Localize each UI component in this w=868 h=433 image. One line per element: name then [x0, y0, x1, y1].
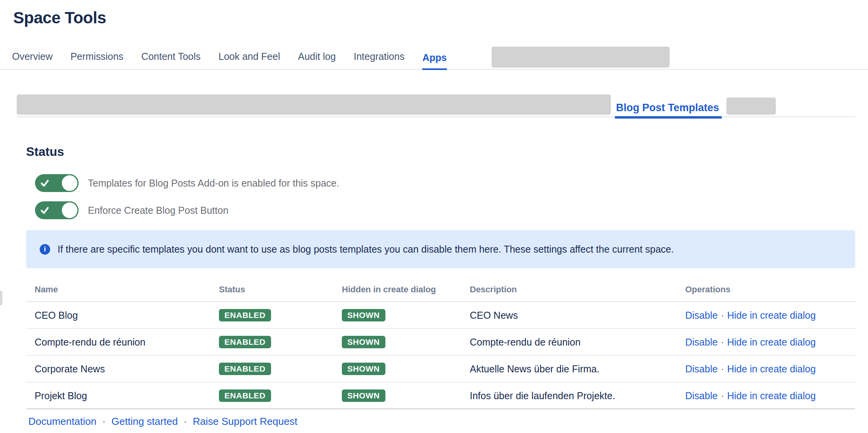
enforce-create-button-label: Enforce Create Blog Post Button [88, 204, 228, 216]
status-heading: Status [26, 145, 64, 159]
ops-separator: · [718, 363, 727, 374]
tab-blog-post-templates[interactable]: Blog Post Templates [616, 102, 719, 114]
redacted-tabs-block[interactable] [17, 94, 611, 115]
documentation-link[interactable]: Documentation [28, 415, 96, 428]
footer-separator: · [184, 415, 187, 428]
disable-link[interactable]: Disable [685, 309, 718, 320]
table-row: Projekt Blog ENABLED SHOWN Infos über di… [26, 382, 855, 409]
table-row: Compte-rendu de réunion ENABLED SHOWN Co… [26, 329, 855, 356]
redacted-header-block [492, 47, 670, 68]
hide-in-create-dialog-link[interactable]: Hide in create dialog [727, 309, 816, 320]
primary-tab-bar: Overview Permissions Content Tools Look … [0, 0, 868, 70]
disable-link[interactable]: Disable [685, 336, 718, 347]
hidden-badge: SHOWN [342, 363, 385, 375]
tab-look-and-feel[interactable]: Look and Feel [219, 51, 280, 69]
info-banner: i If there are specific templates you do… [26, 230, 855, 268]
table-row: Corporate News ENABLED SHOWN Aktuelle Ne… [26, 356, 855, 382]
primary-tabs: Overview Permissions Content Tools Look … [12, 51, 447, 69]
status-badge: ENABLED [219, 389, 271, 402]
column-header-description: Description [470, 285, 517, 295]
toggle-knob [61, 174, 79, 192]
info-banner-text: If there are specific templates you dont… [58, 244, 674, 255]
footer-links: Documentation · Getting started · Raise … [28, 415, 298, 428]
hide-in-create-dialog-link[interactable]: Hide in create dialog [727, 390, 816, 401]
enforce-create-button-toggle[interactable] [35, 201, 79, 219]
addon-enabled-toggle[interactable] [35, 174, 79, 192]
template-description: CEO News [470, 309, 518, 321]
column-header-hidden: Hidden in create dialog [342, 285, 436, 295]
status-badge: ENABLED [219, 309, 271, 321]
check-icon [40, 178, 49, 188]
column-header-operations: Operations [685, 285, 730, 295]
template-description: Infos über die laufenden Projekte. [470, 390, 615, 401]
hide-in-create-dialog-link[interactable]: Hide in create dialog [727, 336, 816, 347]
template-name: CEO Blog [35, 309, 78, 321]
tab-integrations[interactable]: Integrations [354, 51, 405, 69]
ops-separator: · [718, 309, 727, 320]
table-row: CEO Blog ENABLED SHOWN CEO News Disable·… [26, 302, 855, 329]
disable-link[interactable]: Disable [685, 390, 718, 401]
tab-content-tools[interactable]: Content Tools [141, 51, 200, 69]
hidden-badge: SHOWN [342, 336, 385, 348]
disable-link[interactable]: Disable [685, 363, 718, 374]
tab-permissions[interactable]: Permissions [70, 51, 123, 69]
secondary-tab-bar: Blog Post Templates [17, 94, 855, 117]
raise-support-request-link[interactable]: Raise Support Request [193, 415, 298, 428]
status-badge: ENABLED [219, 363, 271, 375]
page-title: Space Tools [13, 9, 106, 27]
info-icon: i [40, 244, 50, 255]
operations-cell: Disable·Hide in create dialog [685, 309, 816, 321]
table-header-row: Name Status Hidden in create dialog Desc… [26, 278, 855, 302]
tab-apps[interactable]: Apps [422, 52, 447, 70]
operations-cell: Disable·Hide in create dialog [685, 363, 816, 374]
templates-table: Name Status Hidden in create dialog Desc… [26, 278, 855, 409]
status-badge: ENABLED [219, 336, 271, 348]
active-tab-underline [615, 116, 722, 119]
getting-started-link[interactable]: Getting started [112, 415, 178, 428]
ops-separator: · [718, 390, 727, 401]
hidden-badge: SHOWN [342, 389, 385, 402]
ops-separator: · [718, 336, 727, 347]
template-name: Corporate News [35, 363, 105, 374]
template-name: Projekt Blog [35, 390, 87, 401]
column-header-status: Status [219, 285, 245, 295]
left-edge-scroll-artifact [0, 291, 2, 306]
operations-cell: Disable·Hide in create dialog [685, 336, 816, 347]
footer-separator: · [102, 415, 106, 428]
template-description: Aktuelle News über die Firma. [470, 363, 599, 374]
tab-overview[interactable]: Overview [12, 51, 52, 69]
column-header-name: Name [35, 285, 58, 295]
toggle-knob [61, 201, 79, 219]
template-description: Compte-rendu de réunion [470, 336, 581, 347]
tab-audit-log[interactable]: Audit log [298, 51, 336, 69]
hidden-badge: SHOWN [342, 309, 385, 321]
addon-enabled-label: Templates for Blog Posts Add-on is enabl… [88, 177, 339, 189]
template-name: Compte-rendu de réunion [35, 336, 145, 347]
redacted-tab-block[interactable] [726, 98, 776, 115]
hide-in-create-dialog-link[interactable]: Hide in create dialog [727, 363, 816, 374]
check-icon [40, 206, 49, 215]
operations-cell: Disable·Hide in create dialog [685, 390, 816, 401]
